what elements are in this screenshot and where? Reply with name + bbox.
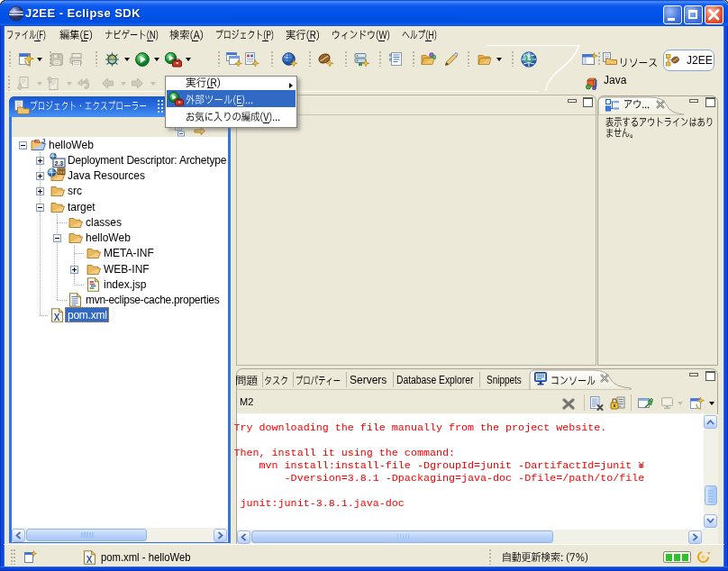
svg-text:J: J — [41, 138, 45, 145]
svg-text:2.3: 2.3 — [55, 160, 64, 167]
svg-text:X: X — [54, 313, 60, 322]
svg-text:X: X — [86, 555, 93, 565]
svg-text:m: m — [34, 138, 40, 144]
